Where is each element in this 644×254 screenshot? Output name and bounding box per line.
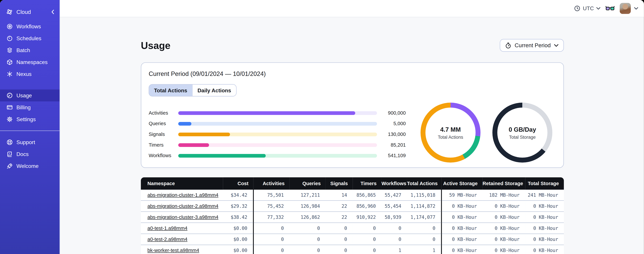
workflows-icon	[6, 24, 13, 30]
donut-center: 0 GB/Day Total Storage	[497, 108, 548, 158]
table-row: a0-test-2.a98mm4 $0.00 0 0 0 0 0 0 0 KB-…	[141, 234, 564, 245]
cell-timers: 910,922	[353, 212, 382, 223]
period-dropdown-button[interactable]: Current Period	[500, 39, 564, 52]
cell-queries: 126,862	[290, 212, 326, 223]
column-header-total-actions: Total Actions	[407, 177, 442, 190]
cell-retained-storage: 182 MB-Hour	[482, 190, 525, 200]
sidebar-item-batch[interactable]: Batch	[0, 44, 60, 56]
sidebar-item-label: Settings	[16, 116, 36, 122]
namespace-link[interactable]: a0-test-1.a98mm4	[148, 225, 188, 231]
tab-total-actions[interactable]: Total Actions	[149, 84, 192, 96]
cell-retained-storage: 0 KB-Hour	[482, 234, 525, 245]
table-row: abs-migration-cluster-1.a98mm4 $34.42 75…	[141, 190, 564, 200]
cell-queries: 0	[290, 223, 326, 234]
cell-signals: 0	[326, 223, 353, 234]
bar-row-queries: Queries 5,000	[149, 118, 406, 129]
page-title: Usage	[141, 40, 170, 51]
sidebar-item-label: Support	[16, 139, 35, 146]
sidebar-item-usage[interactable]: Usage	[0, 90, 60, 101]
bar-value: 900,000	[377, 110, 406, 116]
topbar: UTC	[0, 0, 644, 17]
column-header-queries: Queries	[290, 177, 326, 190]
bar-label: Signals	[149, 131, 178, 137]
period-dropdown-label: Current Period	[514, 42, 551, 48]
bar-fill	[178, 143, 209, 147]
card-title: Current Period (09/01/2024 — 10/01/2024)	[149, 70, 266, 77]
namespace-link[interactable]: abs-migration-cluster-1.a98mm4	[148, 192, 218, 198]
sidebar-item-schedules[interactable]: Schedules	[0, 32, 60, 44]
cell-retained-storage: 0 KB-Hour	[482, 223, 525, 234]
cell-queries: 126,984	[290, 200, 326, 212]
sidebar-item-namespaces[interactable]: Namespaces	[0, 56, 60, 68]
account-menu-button[interactable]	[620, 3, 638, 14]
cell-cost: $0.00	[223, 245, 253, 254]
cell-cost: $29.32	[223, 200, 253, 212]
total-actions-donut: 4.7 MM Total Actions	[420, 103, 480, 163]
cell-activities: 77,332	[254, 212, 290, 223]
sidebar-item-billing[interactable]: Billing	[0, 101, 60, 113]
clock-icon	[574, 5, 580, 12]
bar-fill	[178, 132, 230, 136]
cell-total-storage: 0 KB-Hour	[525, 223, 564, 234]
sidebar-brand-label: Cloud	[16, 9, 31, 15]
cell-signals: 0	[326, 234, 353, 245]
temporal-logo-icon	[6, 8, 13, 15]
namespace-link[interactable]: bk-worker-test.a98mm4	[148, 248, 199, 253]
support-lifebuoy-icon	[6, 139, 13, 146]
cell-total-actions: 1,174,077	[407, 212, 442, 223]
cell-cost: $0.00	[223, 234, 253, 245]
column-header-active-storage: Active Storage	[442, 177, 482, 190]
bar-track	[178, 111, 377, 115]
stopwatch-icon	[505, 42, 512, 48]
sidebar-item-settings[interactable]: Settings	[0, 113, 60, 125]
sidebar-item-docs[interactable]: Docs	[0, 148, 60, 160]
bar-row-workflows: Workflows 541,109	[149, 150, 406, 161]
cell-timers: 0	[353, 245, 382, 254]
namespaces-cube-icon	[6, 59, 13, 65]
sidebar-brand[interactable]: Cloud	[0, 6, 60, 18]
sidebar-item-workflows[interactable]: Workflows	[0, 20, 60, 32]
sidebar-item-support[interactable]: Support	[0, 136, 60, 148]
sidebar-item-nexus[interactable]: Nexus	[0, 68, 60, 80]
cell-signals: 22	[326, 200, 353, 212]
cell-total-storage: 0 KB-Hour	[525, 200, 564, 212]
namespace-link[interactable]: a0-test-2.a98mm4	[148, 236, 188, 242]
sidebar-collapse-button[interactable]	[51, 10, 55, 14]
cell-timers: 856,960	[353, 200, 382, 212]
chevron-down-icon	[554, 44, 558, 47]
cell-retained-storage: 0 KB-Hour	[482, 245, 525, 254]
cell-workflows: 58,939	[382, 212, 407, 223]
bar-value: 85,201	[377, 142, 406, 148]
sidebar-item-label: Batch	[16, 47, 30, 54]
bar-label: Timers	[149, 142, 178, 148]
sidebar-item-welcome[interactable]: Welcome	[0, 160, 60, 172]
app-window: UTC	[0, 0, 644, 254]
bar-fill	[178, 154, 266, 158]
donut-subtitle: Total Actions	[438, 134, 463, 139]
table-header-row: Namespace Cost Activities Queries Signal…	[141, 177, 564, 190]
docs-book-icon	[6, 151, 13, 157]
cell-signals: 0	[326, 245, 353, 254]
feedback-glasses-button[interactable]	[605, 5, 615, 12]
usage-bar-chart: Activities 900,000 Queries 5,000 Signals…	[149, 108, 406, 161]
cell-activities: 0	[254, 223, 290, 234]
namespace-link[interactable]: abs-migration-cluster-2.a98mm4	[148, 203, 218, 209]
settings-gear-icon	[6, 116, 13, 122]
tab-daily-actions[interactable]: Daily Actions	[192, 84, 236, 96]
cell-total-storage: 0 KB-Hour	[525, 245, 564, 254]
cell-signals: 22	[326, 212, 353, 223]
glasses-icon	[605, 5, 615, 12]
donut-center: 4.7 MM Total Actions	[426, 108, 476, 158]
total-storage-donut: 0 GB/Day Total Storage	[492, 103, 552, 163]
donut-subtitle: Total Storage	[509, 134, 536, 139]
donut-value: 0 GB/Day	[509, 126, 536, 133]
timezone-selector[interactable]: UTC	[574, 5, 600, 12]
bar-fill	[178, 111, 355, 115]
cell-cost: $0.00	[223, 223, 253, 234]
namespace-link[interactable]: abs-migration-cluster-3.a98mm4	[148, 214, 218, 220]
sidebar-divider	[0, 130, 60, 131]
cell-workflows: 0	[382, 234, 407, 245]
cell-retained-storage: 0 KB-Hour	[482, 212, 525, 223]
current-period-card: Current Period (09/01/2024 — 10/01/2024)…	[141, 62, 564, 168]
cell-activities: 0	[254, 234, 290, 245]
